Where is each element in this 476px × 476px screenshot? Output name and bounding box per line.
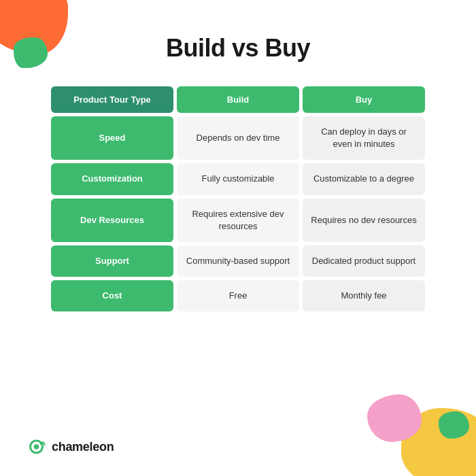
comparison-table: Product Tour Type Build Buy SpeedDepends… [48, 83, 428, 315]
cell-build-0: Depends on dev time [177, 116, 299, 160]
cell-build-4: Free [177, 280, 299, 311]
brand-name: chameleon [52, 440, 114, 454]
cell-build-1: Fully customizable [177, 163, 299, 194]
page-title: Build vs Buy [166, 34, 310, 63]
decorative-blob-green-bottom [439, 411, 469, 439]
cell-buy-1: Customizable to a degree [303, 163, 425, 194]
cell-label-0: Speed [51, 116, 173, 160]
cell-label-3: Support [51, 245, 173, 277]
cell-buy-2: Requires no dev resources [303, 199, 425, 242]
cell-build-3: Community-based support [177, 245, 299, 277]
table-row: CustomizationFully customizableCustomiza… [51, 163, 425, 194]
cell-label-1: Customization [51, 163, 173, 194]
cell-buy-3: Dedicated product support [303, 245, 425, 277]
table-row: Dev ResourcesRequires extensive dev reso… [51, 199, 425, 242]
branding-section: chameleon [27, 437, 114, 457]
cell-buy-0: Can deploy in days or even in minutes [303, 116, 425, 160]
table-row: CostFreeMonthly fee [51, 280, 425, 311]
col-header-build: Build [177, 86, 299, 113]
table-wrapper: Product Tour Type Build Buy SpeedDepends… [48, 83, 428, 315]
cell-label-2: Dev Resources [51, 199, 173, 242]
table-row: SupportCommunity-based supportDedicated … [51, 245, 425, 277]
page-container: Build vs Buy Product Tour Type Build Buy… [0, 0, 476, 315]
table-row: SpeedDepends on dev timeCan deploy in da… [51, 116, 425, 160]
col-header-type: Product Tour Type [51, 86, 173, 113]
col-header-buy: Buy [303, 86, 425, 113]
cell-label-4: Cost [51, 280, 173, 311]
cell-buy-4: Monthly fee [303, 280, 425, 311]
chameleon-logo: chameleon [27, 437, 114, 457]
svg-point-1 [34, 444, 39, 449]
decorative-blob-pink [367, 394, 422, 442]
cell-build-2: Requires extensive dev resources [177, 199, 299, 242]
chameleon-logo-icon [27, 437, 48, 457]
table-header-row: Product Tour Type Build Buy [51, 86, 425, 113]
